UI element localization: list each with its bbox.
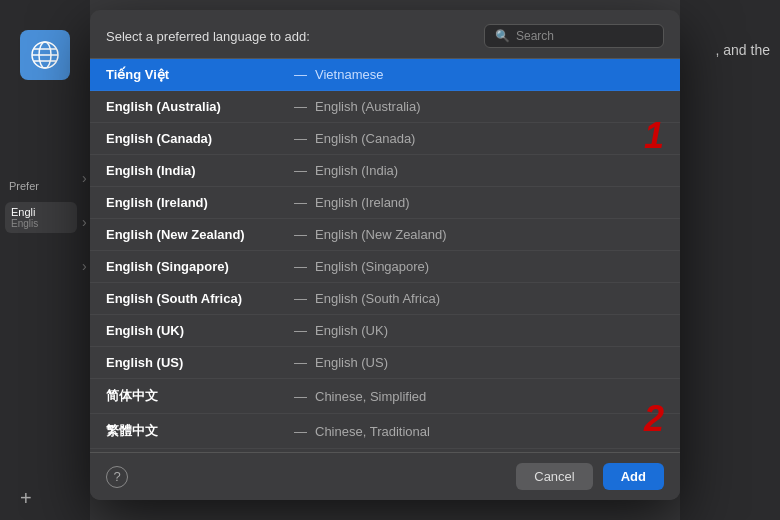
footer-buttons: Cancel Add xyxy=(516,463,664,490)
lang-native-name: English (Canada) xyxy=(106,131,286,146)
chevron-2-icon: › xyxy=(82,214,87,230)
lang-separator: — xyxy=(294,67,307,82)
dialog-footer: ? Cancel Add xyxy=(90,452,680,500)
lang-separator: — xyxy=(294,323,307,338)
help-button[interactable]: ? xyxy=(106,466,128,488)
lang-separator: — xyxy=(294,291,307,306)
right-column-text: , and the xyxy=(716,42,771,58)
lang-separator: — xyxy=(294,424,307,439)
sidebar-pref-row: Engli Englis xyxy=(5,202,85,233)
add-language-button[interactable]: + xyxy=(20,487,32,510)
lang-separator: — xyxy=(294,389,307,404)
language-list-item[interactable]: 简体中文 — Chinese, Simplified xyxy=(90,379,680,414)
plus-icon: + xyxy=(20,487,32,509)
lang-native-name: English (Singapore) xyxy=(106,259,286,274)
lang-english-name: Vietnamese xyxy=(315,67,383,82)
sidebar-chevrons: › › › xyxy=(82,170,87,274)
language-list-item[interactable]: English (New Zealand) — English (New Zea… xyxy=(90,219,680,251)
lang-english-name: English (Ireland) xyxy=(315,195,410,210)
language-list-item[interactable]: English (Singapore) — English (Singapore… xyxy=(90,251,680,283)
lang-english-name: Chinese, Simplified xyxy=(315,389,426,404)
lang-english-name: English (India) xyxy=(315,163,398,178)
lang-native-name: English (India) xyxy=(106,163,286,178)
dialog-header: Select a preferred language to add: 🔍 xyxy=(90,10,680,58)
lang-separator: — xyxy=(294,195,307,210)
lang-english-name: English (Australia) xyxy=(315,99,421,114)
lang-native-name: English (Australia) xyxy=(106,99,286,114)
lang-native-name: English (South Africa) xyxy=(106,291,286,306)
cancel-button[interactable]: Cancel xyxy=(516,463,592,490)
language-list-item[interactable]: English (Ireland) — English (Ireland) xyxy=(90,187,680,219)
lang-native-name: English (UK) xyxy=(106,323,286,338)
sidebar-lang-sub: Englis xyxy=(11,218,71,229)
language-list-item[interactable]: English (South Africa) — English (South … xyxy=(90,283,680,315)
lang-native-name: English (New Zealand) xyxy=(106,227,286,242)
chevron-3-icon: › xyxy=(82,258,87,274)
language-list-item[interactable]: English (Australia) — English (Australia… xyxy=(90,91,680,123)
sidebar-lang-item: Engli Englis xyxy=(5,202,77,233)
lang-native-name: 简体中文 xyxy=(106,387,286,405)
language-list-item[interactable]: Tiếng Việt — Vietnamese xyxy=(90,59,680,91)
lang-english-name: Chinese, Traditional xyxy=(315,424,430,439)
lang-english-name: English (Canada) xyxy=(315,131,415,146)
language-list-item[interactable]: English (Canada) — English (Canada) xyxy=(90,123,680,155)
language-list[interactable]: Tiếng Việt — VietnameseEnglish (Australi… xyxy=(90,58,680,452)
preference-section: Prefer Engli Englis xyxy=(5,180,85,233)
language-list-item[interactable]: English (UK) — English (UK) xyxy=(90,315,680,347)
dialog-title: Select a preferred language to add: xyxy=(106,29,310,44)
lang-english-name: English (Singapore) xyxy=(315,259,429,274)
globe-icon xyxy=(20,30,70,80)
lang-separator: — xyxy=(294,259,307,274)
search-input[interactable] xyxy=(516,29,653,43)
lang-native-name: Tiếng Việt xyxy=(106,67,286,82)
lang-english-name: English (South Africa) xyxy=(315,291,440,306)
language-list-item[interactable]: English (India) — English (India) xyxy=(90,155,680,187)
lang-separator: — xyxy=(294,163,307,178)
lang-separator: — xyxy=(294,227,307,242)
lang-native-name: English (Ireland) xyxy=(106,195,286,210)
lang-separator: — xyxy=(294,99,307,114)
sidebar-lang-title: Engli xyxy=(11,206,71,218)
lang-native-name: English (US) xyxy=(106,355,286,370)
preference-label: Prefer xyxy=(5,180,85,192)
search-box[interactable]: 🔍 xyxy=(484,24,664,48)
chevron-1-icon: › xyxy=(82,170,87,186)
right-panel-background xyxy=(680,0,780,520)
lang-separator: — xyxy=(294,131,307,146)
language-picker-dialog: Select a preferred language to add: 🔍 Ti… xyxy=(90,10,680,500)
add-button[interactable]: Add xyxy=(603,463,664,490)
lang-english-name: English (US) xyxy=(315,355,388,370)
lang-english-name: English (New Zealand) xyxy=(315,227,447,242)
language-list-item[interactable]: English (US) — English (US) xyxy=(90,347,680,379)
lang-native-name: 繁體中文 xyxy=(106,422,286,440)
language-list-item[interactable]: 繁體中文 — Chinese, Traditional xyxy=(90,414,680,449)
sidebar: Prefer Engli Englis xyxy=(0,0,90,520)
lang-separator: — xyxy=(294,355,307,370)
search-icon: 🔍 xyxy=(495,29,510,43)
lang-english-name: English (UK) xyxy=(315,323,388,338)
